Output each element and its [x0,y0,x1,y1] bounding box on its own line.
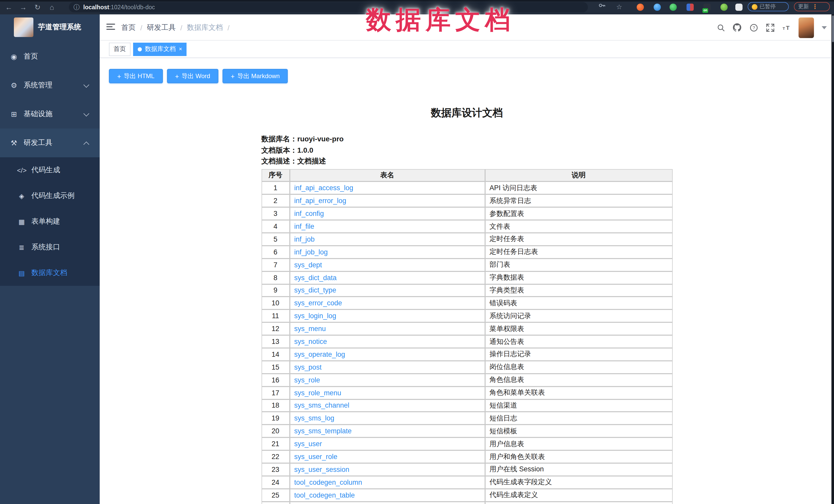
table-name-link[interactable]: sys_dict_type [294,287,336,294]
browser-update-pill[interactable]: 更新 ⋮ [794,2,830,11]
url-host: localhost [83,4,109,10]
doc-meta-line: 文档版本：1.0.0 [261,145,673,156]
export-button-label: 导出 Word [181,72,210,81]
sidebar-toggle-icon[interactable] [106,24,115,31]
db-doc: 数据库设计文档 数据库名：ruoyi-vue-pro 文档版本：1.0.0 [261,106,673,504]
browser-back-icon[interactable]: ← [3,2,15,13]
row-description: 岗位信息表 [485,361,673,374]
export-button[interactable]: + 导出 HTML [109,69,163,83]
view-tab[interactable]: 首页 [109,42,131,56]
sidebar-menu-item[interactable]: ⚒ 研发工具 [0,129,100,157]
breadcrumb-item[interactable]: 研发工具 / [147,23,187,32]
sidebar-submenu-item[interactable]: </> 代码生成 [0,157,100,183]
key-icon[interactable] [596,2,607,13]
row-number: 1 [261,182,289,195]
row-description: 用户和角色关联表 [485,450,673,463]
table-row: 16 sys_role 角色信息表 [261,374,673,387]
help-icon[interactable]: ? [749,23,758,32]
table-name-link[interactable]: sys_post [294,364,322,371]
table-name-link[interactable]: sys_user [294,440,322,448]
app-title: 芋道管理系统 [38,23,81,32]
table-name-link[interactable]: sys_user_role [294,453,337,461]
breadcrumb-item[interactable]: 数据库文档 / [187,23,234,32]
browser-forward-icon[interactable]: → [18,2,29,13]
row-description: 用户在线 Session [485,463,673,476]
extension-icon-3[interactable] [670,4,677,11]
page-scrollbar[interactable] [831,15,834,504]
submenu-item-label: 代码生成示例 [31,191,74,200]
table-name-link[interactable]: sys_user_session [294,466,349,474]
extension-icon-4[interactable] [686,4,694,11]
site-info-icon[interactable]: ⓘ [73,3,80,12]
table-name-link[interactable]: inf_job_log [294,248,328,256]
row-number: 9 [261,284,289,297]
table-name-link[interactable]: tool_codegen_column [294,479,362,486]
row-number: 10 [261,297,289,310]
table-name-link[interactable]: sys_sms_log [294,415,334,422]
sidebar-submenu-item[interactable]: ≣ 系统接口 [0,234,100,260]
main-area: 首页 / 研发工具 / 数据库文档 / [100,15,834,504]
table-name-link[interactable]: inf_api_error_log [294,197,346,204]
browser-home-icon[interactable]: ⌂ [46,2,58,13]
extension-icon-1[interactable] [637,4,644,11]
font-size-icon[interactable]: TT [782,23,791,32]
table-row: 20 sys_sms_template 短信模板 [261,425,673,438]
submenu-item-label: 表单构建 [31,217,60,226]
extension-icon-2[interactable] [654,4,661,11]
plus-icon: + [231,72,235,80]
extension-icon-5[interactable] [720,4,728,11]
table-name-link[interactable]: sys_role_menu [294,389,341,397]
tab-label: 数据库文档 [145,45,176,53]
browser-menu-icon[interactable]: ⋮ [812,3,818,10]
address-bar[interactable]: ⓘ localhost:1024/tool/db-doc [69,2,588,12]
bookmark-star-icon[interactable]: ☆ [614,2,625,13]
browser-reload-icon[interactable]: ↻ [32,2,43,13]
table-row: 2 inf_api_error_log 系统异常日志 [261,195,673,207]
user-avatar[interactable] [798,17,814,38]
sidebar-submenu-item[interactable]: ▦ 表单构建 [0,209,100,234]
meta-value: 文档描述 [297,157,326,165]
table-name-link[interactable]: sys_operate_log [294,351,345,358]
url-path: :1024/tool/db-doc [109,4,155,10]
view-tab[interactable]: 数据库文档 × [133,42,187,56]
github-icon[interactable] [733,23,742,32]
user-menu-caret-icon[interactable] [822,26,827,29]
search-icon[interactable] [716,23,725,32]
export-button[interactable]: + 导出 Markdown [222,69,288,83]
row-number: 7 [261,258,289,271]
sidebar-submenu-item[interactable]: ▤ 数据库文档 [0,260,100,286]
table-name-link[interactable]: sys_sms_channel [294,402,349,410]
table-name-link[interactable]: sys_role [294,376,320,384]
sidebar-submenu-item[interactable]: ◈ 代码生成示例 [0,183,100,209]
table-name-link[interactable]: inf_file [294,223,314,230]
tab-close-icon[interactable]: × [179,46,182,52]
table-header-row: 序号 表名 说明 [261,169,673,182]
table-name-link[interactable]: sys_error_code [294,300,342,307]
fullscreen-icon[interactable] [766,23,774,32]
export-button[interactable]: + 导出 Word [167,69,218,83]
sidebar-menu-item[interactable]: ◉ 首页 [0,42,100,71]
table-name-link[interactable]: sys_dept [294,261,322,268]
table-name-link[interactable]: sys_menu [294,325,326,333]
extension-icon-on[interactable]: on [703,4,711,11]
sidebar-menu-item[interactable]: ⚙ 系统管理 [0,71,100,100]
col-header-name: 表名 [289,169,485,182]
header-actions: ? TT [716,15,827,41]
sidebar-menu-item[interactable]: ⊞ 基础设施 [0,100,100,129]
profile-paused-pill[interactable]: 已暂停 [748,2,789,11]
row-description: 角色和菜单关联表 [485,386,673,399]
breadcrumb-item[interactable]: 首页 / [121,23,147,32]
table-name-link[interactable]: inf_config [294,210,324,217]
table-name-link[interactable]: inf_api_access_log [294,184,353,192]
table-name-link[interactable]: sys_login_log [294,312,336,320]
table-name-link[interactable]: tool_codegen_table [294,491,355,499]
extensions-puzzle-icon[interactable] [736,4,743,11]
table-name-link[interactable]: sys_dict_data [294,274,336,281]
sidebar-logo-row[interactable]: 芋道管理系统 [0,15,100,40]
table-name-link[interactable]: sys_sms_template [294,428,352,435]
table-row: 18 sys_sms_channel 短信渠道 [261,399,673,412]
table-name-link[interactable]: inf_job [294,236,315,243]
breadcrumb-label: 数据库文档 [187,23,223,32]
table-name-link[interactable]: sys_notice [294,338,327,346]
scrollbar-thumb[interactable] [832,16,834,42]
